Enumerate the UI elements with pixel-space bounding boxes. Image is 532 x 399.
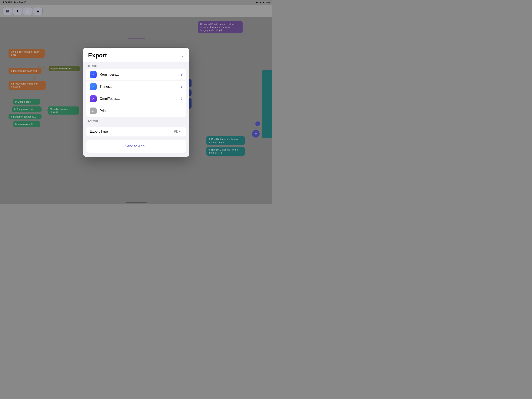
export-type-pdf: PDF bbox=[174, 130, 181, 134]
chevron-right-icon: › bbox=[182, 130, 183, 134]
export-modal: Export ⌄ SHARE ≡ Reminders... ? ✓ Things… bbox=[83, 48, 189, 157]
omnifocus-icon: ✓ bbox=[90, 95, 97, 102]
export-type-row[interactable]: Export Type PDF › bbox=[86, 127, 186, 136]
reminders-help-icon[interactable]: ? bbox=[180, 72, 183, 77]
modal-close-chevron[interactable]: ⌄ bbox=[181, 53, 184, 58]
things-label: Things... bbox=[100, 85, 180, 89]
home-indicator bbox=[126, 202, 147, 203]
print-icon: 🖨 bbox=[90, 108, 97, 114]
omnifocus-help-icon[interactable]: ? bbox=[180, 97, 183, 101]
things-help-icon[interactable]: ? bbox=[180, 84, 183, 89]
share-section-label: SHARE bbox=[83, 62, 189, 69]
share-item-omnifocus[interactable]: ✓ OmniFocus... ? bbox=[86, 93, 186, 105]
omnifocus-label: OmniFocus... bbox=[100, 97, 180, 101]
modal-title: Export bbox=[88, 52, 107, 59]
reminders-label: Reminders... bbox=[100, 73, 180, 77]
send-to-app-section: Send to App... bbox=[86, 140, 186, 153]
export-type-value: PDF › bbox=[174, 130, 183, 134]
export-type-section: Export Type PDF › bbox=[86, 127, 186, 136]
modal-overlay[interactable]: Export ⌄ SHARE ≡ Reminders... ? ✓ Things… bbox=[0, 0, 272, 204]
reminders-icon: ≡ bbox=[90, 71, 97, 78]
share-items-list: ≡ Reminders... ? ✓ Things... ? ✓ OmniFoc… bbox=[86, 69, 186, 117]
modal-header: Export ⌄ bbox=[83, 48, 189, 62]
share-item-print[interactable]: 🖨 Print bbox=[86, 105, 186, 117]
print-label: Print bbox=[100, 109, 183, 113]
things-icon: ✓ bbox=[90, 83, 97, 90]
send-to-app-button[interactable]: Send to App... bbox=[125, 144, 148, 148]
share-item-things[interactable]: ✓ Things... ? bbox=[86, 81, 186, 93]
export-section-label: EXPORT bbox=[83, 117, 189, 123]
export-type-label: Export Type bbox=[90, 130, 108, 134]
share-item-reminders[interactable]: ≡ Reminders... ? bbox=[86, 69, 186, 81]
